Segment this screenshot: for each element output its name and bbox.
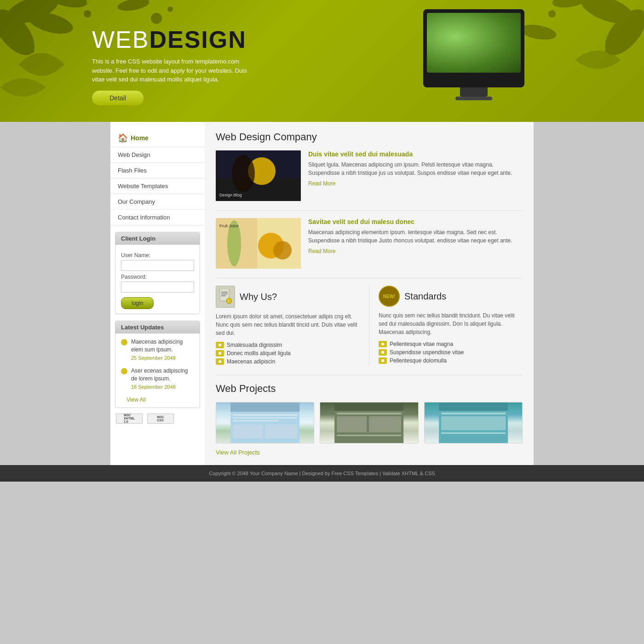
update-item-2: Aser ecenas adipiscing de lorem ipsum. 1…: [121, 367, 194, 391]
svg-rect-34: [230, 402, 299, 412]
projects-divider: [216, 375, 523, 375]
update-date-2: 18 September 2048: [131, 384, 194, 391]
svg-point-8: [167, 6, 173, 12]
standards-title: Standards: [404, 291, 446, 302]
header-content: WEBDESIGN This is a free CSS website lay…: [92, 28, 258, 105]
blog-text-2: Maecenas adipiscing elementum ipsum. len…: [308, 228, 523, 245]
sidebar: 🏠 Home Web Design Flash Files Website Te…: [110, 122, 205, 465]
update-text-2: Aser ecenas adipiscing de lorem ipsum. 1…: [131, 367, 194, 391]
client-login-box: Client Login User Name: Password: login: [115, 232, 200, 314]
svg-point-24: [273, 241, 292, 259]
blog-link-1[interactable]: Duis vitae velit sed dui malesuada: [308, 150, 523, 158]
project-thumb-1: [216, 402, 314, 443]
feat-bullet-1: [216, 342, 224, 348]
footer-text: Copyright © 2048 Your Company Name | Des…: [209, 471, 435, 476]
nav-item-website-templates[interactable]: Website Templates: [110, 178, 205, 194]
std-bullet-1: [379, 341, 387, 347]
detail-button[interactable]: Detail: [92, 91, 144, 105]
nav-item-our-company[interactable]: Our Company: [110, 194, 205, 210]
svg-rect-47: [439, 402, 508, 411]
blog-divider: [216, 210, 523, 211]
monitor-outer: [423, 9, 524, 87]
svg-text:Design Blog: Design Blog: [219, 193, 242, 197]
nav-item-web-design[interactable]: Web Design: [110, 147, 205, 163]
standards-text: Nunc quis sem nec tellus blandit tincidu…: [379, 311, 523, 336]
xhtml-badge: W3CXHTML1.0: [116, 414, 143, 424]
layout: 🏠 Home Web Design Flash Files Website Te…: [110, 122, 534, 465]
content-area: 🏠 Home Web Design Flash Files Website Te…: [110, 122, 534, 465]
nav-item-flash-files[interactable]: Flash Files: [110, 163, 205, 178]
standards-icon: NEW!: [379, 286, 400, 307]
blog-thumb-1: Design Blog: [216, 150, 301, 201]
client-login-header: Client Login: [115, 232, 200, 245]
username-label: User Name:: [121, 252, 194, 259]
login-button[interactable]: login: [121, 297, 154, 309]
svg-point-5: [30, 48, 34, 53]
nav-item-contact-information[interactable]: Contact Information: [110, 210, 205, 225]
svg-point-31: [226, 298, 232, 304]
monitor-stand: [460, 87, 488, 97]
client-login-body: User Name: Password: login: [115, 245, 200, 314]
blog-content-2: Savitae velit sed dui malesu donec Maece…: [308, 218, 523, 269]
page-body: { "header": { "title_web": "WEB", "title…: [0, 0, 644, 644]
blog-thumb-2: Fruit Juice: [216, 218, 301, 269]
svg-rect-38: [233, 425, 263, 438]
svg-text:Fruit Juice: Fruit Juice: [219, 224, 239, 228]
header: WEBDESIGN This is a free CSS website lay…: [0, 0, 644, 122]
svg-rect-48: [441, 413, 506, 414]
header-subtitle: This is a free CSS website layout from t…: [92, 57, 258, 84]
nav-home-label: Home: [131, 134, 149, 142]
monitor-base: [455, 97, 492, 100]
nav-home[interactable]: 🏠 Home: [110, 129, 205, 147]
svg-rect-41: [334, 402, 403, 411]
svg-rect-42: [337, 413, 401, 414]
projects-title: Web Projects: [216, 383, 523, 395]
update-bullet-2: [121, 368, 127, 374]
projects-grid: [216, 402, 523, 443]
view-all-link[interactable]: View All: [121, 397, 146, 403]
view-all-projects-link[interactable]: View All Projects: [216, 449, 260, 456]
svg-rect-37: [233, 420, 279, 421]
latest-updates-box: Latest Updates Maecenas adipiscing elem …: [115, 321, 200, 408]
blog-content-1: Duis vitae velit sed dui malesuada Sliqu…: [308, 150, 523, 201]
password-label: Password:: [121, 274, 194, 280]
home-icon: 🏠: [118, 133, 128, 143]
project-thumb-3: [424, 402, 523, 443]
username-input[interactable]: [121, 260, 194, 271]
css-badge-label: W3CCSS: [157, 415, 164, 422]
read-more-1[interactable]: Read More: [308, 180, 335, 187]
std-bullet-2: [379, 349, 387, 356]
blog-item-1: Design Blog Duis vitae velit sed dui mal…: [216, 150, 523, 201]
xhtml-badge-label: W3CXHTML1.0: [124, 414, 135, 423]
svg-rect-43: [337, 416, 367, 432]
project-img-1: [216, 402, 314, 443]
svg-rect-45: [337, 435, 401, 436]
standards-list-item-3: Pellentesque dolomulla: [379, 356, 523, 365]
password-input[interactable]: [121, 282, 194, 293]
std-bullet-3: [379, 357, 387, 364]
update-text-1: Maecenas adipiscing elem sum ipsum. 25 S…: [131, 338, 194, 362]
read-more-2[interactable]: Read More: [308, 248, 335, 254]
blog-thumb-2-img: Fruit Juice: [216, 218, 301, 269]
standards-list-item-2: Suspendisse uspendisse vitae: [379, 348, 523, 356]
document-icon: !: [219, 289, 232, 305]
why-us-title: Why Us?: [240, 292, 277, 302]
feat-bullet-3: [216, 358, 224, 365]
svg-point-12: [548, 10, 556, 17]
blog-item-2: Fruit Juice Savitae velit sed dui malesu…: [216, 218, 523, 269]
svg-text:!: !: [228, 299, 229, 304]
blog-text-1: Sliquet lgula. Maecenas adipiscing um ip…: [308, 161, 523, 177]
svg-point-7: [151, 13, 162, 24]
main-content: Web Design Company Design Blog: [205, 122, 534, 465]
page-outer: WEBDESIGN This is a free CSS website lay…: [0, 0, 644, 482]
svg-rect-29: [221, 293, 228, 294]
company-title: Web Design Company: [216, 131, 523, 143]
svg-rect-50: [441, 432, 506, 434]
svg-rect-44: [369, 416, 401, 432]
why-us-heading: ! Why Us?: [216, 286, 360, 308]
project-img-3: [425, 402, 522, 443]
svg-rect-30: [221, 295, 226, 296]
latest-updates-body: Maecenas adipiscing elem sum ipsum. 25 S…: [115, 334, 200, 408]
blog-link-2[interactable]: Savitae velit sed dui malesu donec: [308, 218, 523, 225]
header-title-design: DESIGN: [149, 26, 246, 53]
